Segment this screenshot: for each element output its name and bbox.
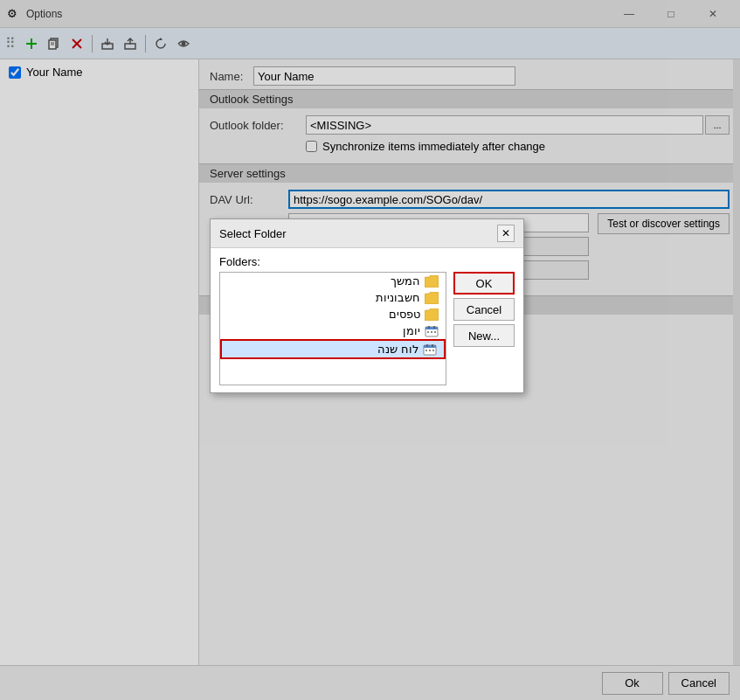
- folder-icon: [425, 308, 439, 321]
- svg-rect-12: [425, 327, 438, 329]
- folder-name: המשך: [391, 274, 420, 288]
- folder-icon: [425, 292, 439, 304]
- folder-name: לוח שנה: [377, 343, 418, 356]
- svg-rect-24: [432, 350, 434, 351]
- folder-item[interactable]: חשבוניות: [220, 289, 446, 306]
- svg-rect-19: [424, 345, 436, 348]
- modal-content-row: המשך חשבוניות טפסים: [219, 272, 515, 385]
- modal-ok-button[interactable]: OK: [453, 272, 515, 295]
- folder-name: טפסים: [389, 308, 420, 321]
- svg-rect-17: [434, 331, 436, 333]
- modal-overlay: Select Folder ✕ Folders: המשך: [0, 0, 740, 700]
- svg-rect-15: [427, 331, 429, 333]
- folders-list[interactable]: המשך חשבוניות טפסים: [219, 272, 446, 385]
- modal-new-button[interactable]: New...: [453, 324, 515, 347]
- folder-item[interactable]: טפסים: [220, 306, 446, 322]
- folder-item-selected[interactable]: לוח שנה: [220, 339, 446, 359]
- folders-label: Folders:: [219, 255, 515, 268]
- modal-buttons: OK Cancel New...: [453, 272, 515, 347]
- folder-name: יומן: [403, 324, 420, 337]
- calendar-icon: [425, 325, 439, 337]
- folder-name: חשבוניות: [376, 291, 420, 304]
- svg-rect-22: [425, 350, 427, 351]
- folder-icon: [425, 275, 439, 288]
- svg-rect-16: [431, 331, 432, 333]
- modal-cancel-button[interactable]: Cancel: [453, 298, 515, 321]
- modal-title-bar: Select Folder ✕: [211, 219, 523, 248]
- modal-body: Folders: המשך: [211, 248, 523, 392]
- modal-title: Select Folder: [219, 227, 287, 240]
- select-folder-dialog: Select Folder ✕ Folders: המשך: [210, 218, 524, 393]
- calendar-selected-icon: [423, 343, 437, 356]
- svg-rect-23: [429, 350, 431, 351]
- modal-close-button[interactable]: ✕: [497, 225, 515, 242]
- folder-item[interactable]: המשך: [220, 273, 446, 289]
- folder-item[interactable]: יומן: [220, 322, 446, 339]
